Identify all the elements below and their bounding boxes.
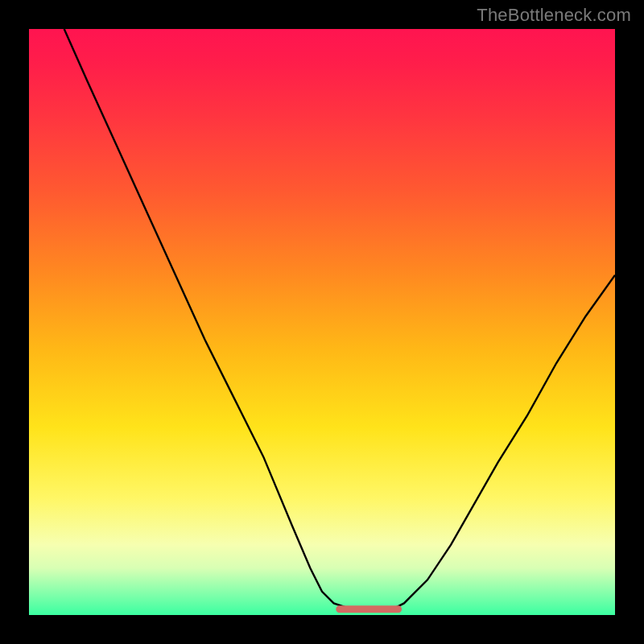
gradient-plot-area xyxy=(29,29,615,615)
curve-svg xyxy=(29,29,615,615)
outer-frame: TheBottleneck.com xyxy=(0,0,644,644)
watermark-text: TheBottleneck.com xyxy=(477,5,631,26)
bottleneck-curve xyxy=(64,29,615,609)
